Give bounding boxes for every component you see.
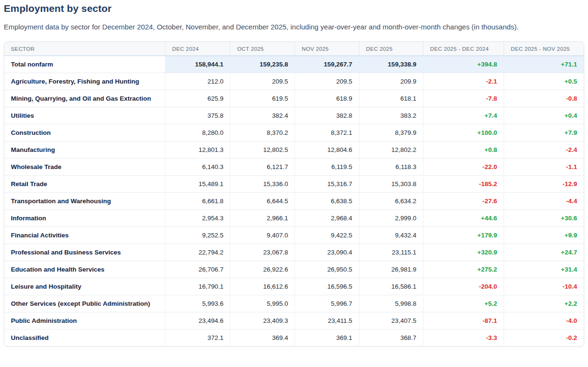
value-cell: 6,140.3 xyxy=(165,159,230,176)
sector-cell: Agriculture, Forestry, Fishing and Hunti… xyxy=(4,73,165,90)
sector-cell: Unclassified xyxy=(4,329,165,347)
value-cell: 158,944.1 xyxy=(165,56,230,73)
table-row: Manufacturing12,801.312,802.512,804.612,… xyxy=(4,141,584,159)
value-cell: 382.4 xyxy=(230,107,295,124)
value-cell: 26,981.9 xyxy=(359,261,423,278)
value-cell: 9,252.5 xyxy=(165,227,230,244)
change-cell: +0.8 xyxy=(423,141,504,159)
value-cell: 8,372.1 xyxy=(295,124,359,141)
value-cell: 2,966.1 xyxy=(230,210,295,227)
page-subtitle: Employment data by sector for December 2… xyxy=(4,23,584,31)
value-cell: 23,115.1 xyxy=(359,244,423,261)
sector-cell: Professional and Business Services xyxy=(4,244,165,261)
table-row: Professional and Business Services22,794… xyxy=(4,244,584,261)
value-cell: 8,379.9 xyxy=(359,124,423,141)
value-cell: 6,661.8 xyxy=(165,193,230,210)
value-cell: 383.2 xyxy=(359,107,423,124)
value-cell: 2,999.0 xyxy=(359,210,423,227)
column-header: DEC 2024 xyxy=(165,42,230,56)
value-cell: 159,267.7 xyxy=(295,56,359,73)
change-cell: +2.2 xyxy=(504,295,584,312)
change-cell: +30.6 xyxy=(504,210,584,227)
change-cell: +44.6 xyxy=(423,210,504,227)
change-cell: +320.9 xyxy=(423,244,504,261)
value-cell: 159,338.9 xyxy=(359,56,423,73)
value-cell: 16,586.1 xyxy=(359,278,423,295)
change-cell: -7.8 xyxy=(423,90,504,107)
value-cell: 12,804.6 xyxy=(295,141,359,159)
sector-cell: Public Administration xyxy=(4,312,165,329)
change-cell: -2.1 xyxy=(423,73,504,90)
value-cell: 9,407.0 xyxy=(230,227,295,244)
value-cell: 6,119.5 xyxy=(295,159,359,176)
sector-cell: Transportation and Warehousing xyxy=(4,193,165,210)
value-cell: 12,802.5 xyxy=(230,141,295,159)
column-header-sector: SECTOR xyxy=(4,42,165,56)
value-cell: 369.4 xyxy=(230,329,295,347)
table-row: Information2,954.32,966.12,968.42,999.0+… xyxy=(4,210,584,227)
change-cell: +394.8 xyxy=(423,56,504,73)
change-cell: -0.8 xyxy=(504,90,584,107)
change-cell: +5.2 xyxy=(423,295,504,312)
value-cell: 369.1 xyxy=(295,329,359,347)
value-cell: 16,596.5 xyxy=(295,278,359,295)
change-cell: -27.6 xyxy=(423,193,504,210)
table-row: Leisure and Hospitality16,790.116,612.61… xyxy=(4,278,584,295)
sector-cell: Information xyxy=(4,210,165,227)
value-cell: 23,067.8 xyxy=(230,244,295,261)
employment-table-container: SECTORDEC 2024OCT 2025NOV 2025DEC 2025DE… xyxy=(4,41,584,347)
change-cell: -204.0 xyxy=(423,278,504,295)
sector-cell: Mining, Quarrying, and Oil and Gas Extra… xyxy=(4,90,165,107)
value-cell: 159,235.8 xyxy=(230,56,295,73)
table-header-row: SECTORDEC 2024OCT 2025NOV 2025DEC 2025DE… xyxy=(4,42,584,56)
value-cell: 5,996.7 xyxy=(295,295,359,312)
value-cell: 209.5 xyxy=(295,73,359,90)
sector-cell: Other Services (except Public Administra… xyxy=(4,295,165,312)
change-cell: +7.9 xyxy=(504,124,584,141)
column-header: NOV 2025 xyxy=(295,42,359,56)
value-cell: 625.9 xyxy=(165,90,230,107)
table-row: Transportation and Warehousing6,661.86,6… xyxy=(4,193,584,210)
value-cell: 5,998.8 xyxy=(359,295,423,312)
value-cell: 372.1 xyxy=(165,329,230,347)
sector-cell: Total nonfarm xyxy=(4,56,165,73)
value-cell: 12,802.2 xyxy=(359,141,423,159)
value-cell: 375.8 xyxy=(165,107,230,124)
employment-page: Employment by sector Employment data by … xyxy=(0,0,588,347)
sector-cell: Utilities xyxy=(4,107,165,124)
change-cell: +275.2 xyxy=(423,261,504,278)
value-cell: 23,409.3 xyxy=(230,312,295,329)
value-cell: 6,121.7 xyxy=(230,159,295,176)
value-cell: 6,634.2 xyxy=(359,193,423,210)
change-cell: -4.4 xyxy=(504,193,584,210)
value-cell: 209.9 xyxy=(359,73,423,90)
value-cell: 26,950.5 xyxy=(295,261,359,278)
value-cell: 619.5 xyxy=(230,90,295,107)
change-cell: -0.2 xyxy=(504,329,584,347)
table-row: Other Services (except Public Administra… xyxy=(4,295,584,312)
value-cell: 26,922.6 xyxy=(230,261,295,278)
change-cell: -4.0 xyxy=(504,312,584,329)
table-row: Public Administration23,494.623,409.323,… xyxy=(4,312,584,329)
change-cell: +179.9 xyxy=(423,227,504,244)
sector-cell: Construction xyxy=(4,124,165,141)
value-cell: 618.9 xyxy=(295,90,359,107)
column-header: DEC 2025 - NOV 2025 xyxy=(504,42,584,56)
value-cell: 15,316.7 xyxy=(295,176,359,193)
change-cell: +0.5 xyxy=(504,73,584,90)
table-row: Total nonfarm158,944.1159,235.8159,267.7… xyxy=(4,56,584,73)
value-cell: 16,612.6 xyxy=(230,278,295,295)
change-cell: -22.0 xyxy=(423,159,504,176)
change-cell: -87.1 xyxy=(423,312,504,329)
value-cell: 15,303.8 xyxy=(359,176,423,193)
value-cell: 15,489.1 xyxy=(165,176,230,193)
table-row: Education and Health Services26,706.726,… xyxy=(4,261,584,278)
value-cell: 5,993.6 xyxy=(165,295,230,312)
change-cell: -1.1 xyxy=(504,159,584,176)
value-cell: 23,090.4 xyxy=(295,244,359,261)
sector-cell: Retail Trade xyxy=(4,176,165,193)
column-header: DEC 2025 xyxy=(359,42,423,56)
change-cell: -10.4 xyxy=(504,278,584,295)
value-cell: 9,432.4 xyxy=(359,227,423,244)
sector-cell: Financial Activities xyxy=(4,227,165,244)
